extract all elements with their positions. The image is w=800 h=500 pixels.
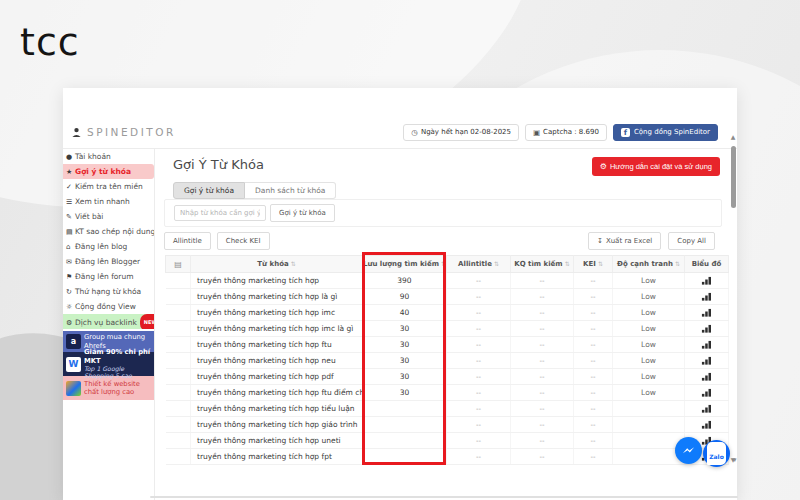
- page-scroll-down-arrow[interactable]: ▾: [733, 456, 737, 464]
- community-view-icon: ☼: [66, 300, 75, 314]
- keyword-input[interactable]: [174, 205, 266, 221]
- tab-keyword-suggest[interactable]: Gợi ý từ khóa: [173, 182, 245, 199]
- sort-icon[interactable]: ⇅: [441, 260, 446, 267]
- tab-keyword-list[interactable]: Danh sách từ khóa: [245, 182, 336, 199]
- keyword-cell: truyền thông marketing tích hợp imc: [191, 305, 363, 321]
- sidebar-item[interactable]: ⚙Dịch vụ backlinkNEW: [63, 314, 154, 329]
- chart-icon[interactable]: [701, 292, 712, 301]
- sidebar-item[interactable]: ✉Đăng lên Blogger: [63, 254, 154, 269]
- user-avatar-icon: [71, 127, 82, 138]
- column-header[interactable]: Allintitle⇅: [447, 256, 511, 273]
- kei-cell: --: [574, 401, 613, 417]
- allintitle-cell: --: [447, 305, 511, 321]
- kei-cell: --: [574, 449, 613, 465]
- allintitle-cell: --: [447, 401, 511, 417]
- check-kei-button[interactable]: Check KEI: [217, 232, 270, 250]
- news-icon: ☰: [66, 195, 75, 209]
- chart-cell: [685, 337, 729, 353]
- site-logo: tcc: [20, 20, 80, 64]
- sort-icon[interactable]: ⇅: [598, 260, 603, 267]
- table-row[interactable]: truyền thông marketing tích hợp tiểu luậ…: [166, 401, 729, 417]
- zalo-chat-button[interactable]: Zalo: [703, 440, 730, 467]
- sort-icon[interactable]: ⇅: [291, 260, 296, 267]
- allintitle-button[interactable]: Allintitle: [164, 232, 211, 250]
- chart-icon[interactable]: [701, 388, 712, 397]
- chart-cell: [685, 305, 729, 321]
- table-row[interactable]: truyền thông marketing tích hợp neu30---…: [166, 353, 729, 369]
- new-badge: NEW: [140, 314, 154, 329]
- sidebar-item[interactable]: ✎Viết bài: [63, 209, 154, 224]
- select-all-header[interactable]: ▤: [166, 256, 191, 273]
- column-header[interactable]: Lưu lượng tìm kiếm⇅: [363, 256, 447, 273]
- chart-icon[interactable]: [701, 404, 712, 413]
- sidebar-item[interactable]: ⚑Đăng lên forum: [63, 269, 154, 284]
- copy-all-button[interactable]: Copy All: [668, 232, 715, 250]
- sidebar-item[interactable]: ▤KT sao chép nội dung: [63, 224, 154, 239]
- sidebar-item-label: Tài khoản: [75, 152, 111, 161]
- messenger-chat-button[interactable]: [675, 437, 702, 464]
- facebook-community-button[interactable]: f Cộng đồng SpinEditor: [613, 124, 718, 141]
- sidebar-item[interactable]: ↻Thứ hạng từ khóa: [63, 284, 154, 299]
- row-select-cell: [166, 353, 191, 369]
- column-header[interactable]: KQ tìm kiếm⇅: [511, 256, 574, 273]
- chart-icon[interactable]: [701, 372, 712, 381]
- chart-icon[interactable]: [701, 420, 712, 429]
- row-select-cell: [166, 449, 191, 465]
- main-content: Gợi Ý Từ Khóa ⚙ Hướng dẫn cài đặt và sử …: [155, 149, 737, 500]
- sidebar-banner-mkt[interactable]: W Giảm 90% chi phí MKT Top 1 Google Shop…: [63, 352, 154, 376]
- export-excel-button[interactable]: ↧ Xuất ra Excel: [588, 232, 661, 250]
- table-row[interactable]: truyền thông marketing tích hợp ftu30---…: [166, 337, 729, 353]
- keyword-table: ▤Từ khóa⇅Lưu lượng tìm kiếm⇅Allintitle⇅K…: [165, 255, 729, 465]
- table-row[interactable]: truyền thông marketing tích hợp pdf30---…: [166, 369, 729, 385]
- column-header[interactable]: Từ khóa⇅: [191, 256, 363, 273]
- table-row[interactable]: truyền thông marketing tích hợp uneti---…: [166, 433, 729, 449]
- sidebar-item[interactable]: ⌂Đăng lên blog: [63, 239, 154, 254]
- row-select-cell: [166, 289, 191, 305]
- chart-icon[interactable]: [701, 324, 712, 333]
- chart-icon[interactable]: [701, 276, 712, 285]
- results-cell: --: [511, 289, 574, 305]
- sidebar-item[interactable]: ★Gợi ý từ khóa: [63, 164, 154, 179]
- chart-cell: [685, 401, 729, 417]
- sidebar-item-label: Cộng đồng View: [75, 302, 136, 311]
- ahrefs-icon: a: [66, 334, 81, 349]
- banner-label: Group mua chung Ahrefs: [84, 333, 151, 349]
- table-row[interactable]: truyền thông marketing tích hợp390------…: [166, 273, 729, 289]
- chart-icon[interactable]: [701, 340, 712, 349]
- table-row[interactable]: truyền thông marketing tích hợp fpt-----…: [166, 449, 729, 465]
- guide-button[interactable]: ⚙ Hướng dẫn cài đặt và sử dụng: [592, 157, 720, 176]
- sidebar: ●Tài khoản★Gợi ý từ khóa✓Kiểm tra tên mi…: [63, 149, 155, 500]
- table-row[interactable]: truyền thông marketing tích hợp giáo trì…: [166, 417, 729, 433]
- scroll-up-arrow[interactable]: ▲: [729, 133, 737, 140]
- keyword-cell: truyền thông marketing tích hợp là gì: [191, 289, 363, 305]
- sidebar-item[interactable]: ✓Kiểm tra tên miền: [63, 179, 154, 194]
- sidebar-banner-website[interactable]: Thiết kế website chất lượng cao: [63, 376, 154, 400]
- competition-cell: [613, 417, 685, 433]
- chart-icon[interactable]: [701, 356, 712, 365]
- volume-cell: 30: [363, 337, 447, 353]
- volume-cell: 40: [363, 305, 447, 321]
- sort-icon[interactable]: ⇅: [494, 260, 499, 267]
- sidebar-item[interactable]: ☰Xem tin nhanh: [63, 194, 154, 209]
- gear-icon: ⚙: [600, 162, 607, 171]
- write-icon: ✎: [66, 210, 75, 224]
- column-header[interactable]: KEI⇅: [574, 256, 613, 273]
- sidebar-item[interactable]: ●Tài khoản: [63, 149, 154, 164]
- column-header-label: KEI: [583, 260, 596, 268]
- table-row[interactable]: truyền thông marketing tích hợp ftu điểm…: [166, 385, 729, 401]
- sidebar-item[interactable]: ☼Cộng đồng View: [63, 299, 154, 314]
- competition-cell: Low: [613, 289, 685, 305]
- competition-cell: Low: [613, 353, 685, 369]
- sidebar-item-label: KT sao chép nội dung: [75, 227, 154, 236]
- sort-icon[interactable]: ⇅: [675, 260, 680, 267]
- table-row[interactable]: truyền thông marketing tích hợp imc là g…: [166, 321, 729, 337]
- keyword-cell: truyền thông marketing tích hợp tiểu luậ…: [191, 401, 363, 417]
- suggest-button[interactable]: Gợi ý từ khóa: [270, 204, 335, 222]
- table-row[interactable]: truyền thông marketing tích hợp imc40---…: [166, 305, 729, 321]
- website-thumbnail-icon: [66, 381, 81, 396]
- sort-icon[interactable]: ⇅: [565, 260, 570, 267]
- chart-icon[interactable]: [701, 308, 712, 317]
- table-row[interactable]: truyền thông marketing tích hợp là gì90-…: [166, 289, 729, 305]
- column-header[interactable]: Độ cạnh tranh⇅: [613, 256, 685, 273]
- row-select-cell: [166, 385, 191, 401]
